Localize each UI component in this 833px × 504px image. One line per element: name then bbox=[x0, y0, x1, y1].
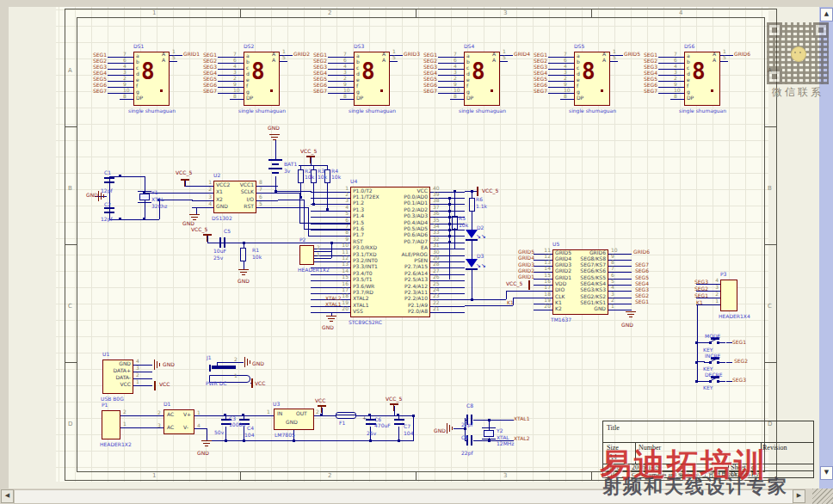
wechat-contact-watermark: 微信联系 bbox=[762, 85, 833, 100]
pin-name: A bbox=[382, 58, 386, 64]
pin-name: EA bbox=[352, 245, 428, 251]
pin-wire bbox=[120, 427, 142, 428]
resistor-body bbox=[298, 169, 304, 183]
label-ref: Y1 bbox=[151, 190, 157, 196]
component-P1[interactable] bbox=[102, 410, 120, 439]
label-pwr: GND bbox=[163, 362, 175, 368]
pin-name: SEG3/KS3 bbox=[554, 287, 606, 293]
label-pin: 1 bbox=[234, 373, 238, 379]
label-ref: 25v bbox=[213, 255, 223, 261]
label-net: XTAL1 bbox=[325, 302, 341, 308]
pin-wire bbox=[108, 75, 133, 76]
smiley-icon bbox=[791, 46, 806, 62]
pin-number: 28 bbox=[433, 261, 440, 267]
pin-wire bbox=[230, 99, 244, 100]
ref-des-DS6: DS6 bbox=[684, 44, 694, 50]
pin-name: A bbox=[713, 58, 716, 64]
label-net: SEG1 bbox=[635, 299, 649, 305]
component-P2[interactable] bbox=[299, 245, 314, 265]
scroll-right-button[interactable]: ▶ bbox=[793, 489, 805, 503]
symbol-part bbox=[629, 317, 632, 317]
pin-wire bbox=[280, 61, 287, 62]
part-type-DS3: single shumaguan bbox=[349, 108, 396, 114]
symbol-part bbox=[160, 89, 163, 92]
label-pwr: VCC_5 bbox=[506, 281, 522, 287]
schematic-sheet[interactable]: 11223344AABBCCDD ↘↘↘↘U2DS13021VCC22X13X2… bbox=[56, 7, 768, 482]
pin-wire bbox=[328, 75, 354, 76]
scroll-left-button[interactable]: ◀ bbox=[1, 489, 14, 503]
pin-wire bbox=[610, 61, 618, 62]
label-ref: D1 bbox=[164, 402, 170, 408]
label-ref: D3 bbox=[477, 254, 484, 260]
wire bbox=[313, 183, 314, 204]
editor-canvas[interactable]: 11223344AABBCCDD ↘↘↘↘U2DS13021VCC22X13X2… bbox=[9, 7, 819, 489]
pin-number: 3 bbox=[136, 366, 139, 372]
symbol-part bbox=[104, 177, 114, 179]
wire bbox=[278, 200, 305, 200]
symbol-part bbox=[203, 234, 212, 236]
label-net: K1 bbox=[696, 300, 703, 306]
scroll-down-button[interactable]: ▼ bbox=[820, 466, 833, 480]
crystal-body bbox=[139, 194, 150, 200]
wire bbox=[145, 200, 145, 219]
symbol-part bbox=[482, 427, 496, 428]
schematic-drawing: ↘↘↘↘U2DS13021VCC22X13X24GND8VCC17SCLK6I/… bbox=[9, 7, 819, 489]
symbol-part bbox=[119, 218, 121, 220]
label-nm: AC bbox=[167, 412, 174, 418]
pin-number: 38 bbox=[433, 198, 440, 204]
symbol-part bbox=[268, 168, 282, 169]
component-P3[interactable] bbox=[720, 280, 737, 311]
crystal-body bbox=[484, 430, 494, 437]
pin-wire bbox=[218, 63, 244, 64]
net-label-SEG7: SEG7 bbox=[423, 89, 437, 95]
label-net: SEG2 bbox=[694, 286, 708, 292]
scroll-left-icon: ◀ bbox=[5, 492, 9, 499]
scroll-up-button[interactable]: ▲ bbox=[820, 8, 833, 22]
pin-wire bbox=[438, 69, 464, 70]
symbol-part bbox=[390, 403, 398, 405]
symbol-part bbox=[184, 181, 185, 187]
pin-number: 8 bbox=[674, 94, 677, 100]
net-label-GRID2: GRID2 bbox=[293, 52, 310, 58]
label-net: SEG1 bbox=[694, 293, 708, 299]
symbol-part bbox=[119, 175, 121, 177]
pin-name: VCC bbox=[104, 382, 131, 388]
pin-wire bbox=[170, 61, 177, 62]
label-nm: AC bbox=[167, 425, 174, 431]
label-ref: C9 bbox=[461, 435, 468, 441]
label-net: SEG3 bbox=[732, 378, 746, 384]
label-ref: 1000u bbox=[229, 422, 245, 428]
label-nm: V- bbox=[183, 425, 188, 431]
label-pwr: GND bbox=[434, 428, 446, 434]
symbol-part bbox=[318, 405, 326, 407]
window-resize-grip[interactable] bbox=[812, 489, 833, 504]
pin-number: 3 bbox=[339, 198, 349, 204]
label-ref: MODE bbox=[705, 334, 720, 340]
label-pin: 1 bbox=[197, 410, 201, 416]
pin-wire bbox=[720, 61, 728, 62]
symbol-part bbox=[491, 89, 493, 92]
wire bbox=[726, 362, 732, 363]
pin-number: 2 bbox=[317, 245, 320, 251]
pin-number: 26 bbox=[433, 274, 440, 280]
symbol-part bbox=[240, 272, 247, 273]
ref-des-P1: P1 bbox=[102, 403, 108, 409]
pin-number: 5 bbox=[282, 55, 286, 61]
symbol-part bbox=[251, 378, 253, 388]
pin-number: 6 bbox=[259, 194, 262, 200]
label-net: GRID6 bbox=[633, 249, 650, 255]
symbol-part bbox=[225, 439, 227, 442]
pin-number: 1 bbox=[709, 298, 719, 304]
ref-des-U2: U2 bbox=[213, 173, 220, 179]
label-pin: 4 bbox=[197, 423, 201, 429]
symbol-part bbox=[268, 159, 282, 161]
symbol-part bbox=[299, 196, 302, 199]
wire bbox=[196, 208, 197, 214]
label-ref: 22pf bbox=[461, 422, 473, 428]
ref-des-P3: P3 bbox=[720, 272, 726, 278]
pin-name: GND bbox=[104, 361, 131, 367]
part-type-U4: STC89C52RC bbox=[349, 320, 382, 326]
label-ref: INCRE bbox=[705, 353, 720, 360]
wire bbox=[225, 427, 226, 440]
display-digit: 8 bbox=[692, 58, 706, 84]
